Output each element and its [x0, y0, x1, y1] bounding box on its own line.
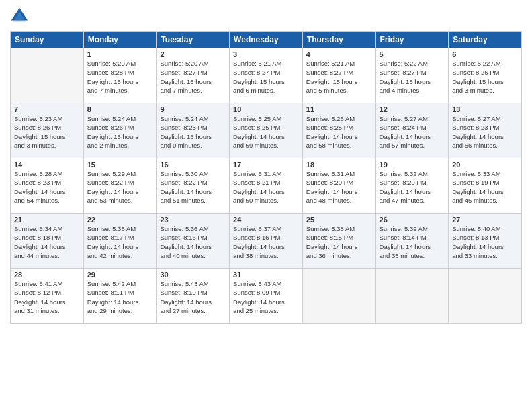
- day-info: Sunrise: 5:35 AMSunset: 8:17 PMDaylight:…: [87, 224, 153, 260]
- day-info-line: Sunset: 8:27 PM: [233, 68, 280, 76]
- day-info: Sunrise: 5:27 AMSunset: 8:24 PMDaylight:…: [380, 114, 445, 150]
- day-info-line: Sunrise: 5:39 AM: [380, 225, 428, 232]
- day-info-line: and 4 minutes.: [380, 87, 421, 94]
- day-info-line: Sunrise: 5:30 AM: [160, 170, 208, 177]
- day-number: 9: [160, 105, 226, 113]
- calendar-day-cell: [449, 269, 522, 324]
- day-number: 18: [306, 161, 372, 169]
- day-info-line: Daylight: 15 hours: [452, 78, 504, 85]
- day-info-line: and 0 minutes.: [160, 142, 202, 149]
- calendar-day-cell: 4Sunrise: 5:21 AMSunset: 8:27 PMDaylight…: [302, 48, 375, 103]
- calendar-day-cell: 2Sunrise: 5:20 AMSunset: 8:27 PMDaylight…: [157, 48, 230, 103]
- day-info-line: Sunrise: 5:33 AM: [452, 170, 500, 177]
- day-info-line: Sunrise: 5:31 AM: [233, 170, 281, 177]
- day-info: Sunrise: 5:22 AMSunset: 8:26 PMDaylight:…: [452, 59, 518, 95]
- day-number: 27: [452, 216, 518, 224]
- day-info: Sunrise: 5:32 AMSunset: 8:20 PMDaylight:…: [380, 169, 445, 205]
- day-info-line: Sunrise: 5:29 AM: [87, 170, 136, 177]
- day-info-line: Daylight: 14 hours: [380, 133, 431, 140]
- day-info-line: Sunset: 8:14 PM: [380, 234, 427, 241]
- calendar-day-cell: 6Sunrise: 5:22 AMSunset: 8:26 PMDaylight…: [449, 48, 522, 103]
- day-info-line: Sunset: 8:10 PM: [160, 289, 207, 296]
- day-info-line: and 3 minutes.: [452, 87, 494, 94]
- day-info-line: Sunset: 8:09 PM: [233, 289, 280, 296]
- day-info-line: and 59 minutes.: [233, 142, 279, 149]
- day-info: Sunrise: 5:20 AMSunset: 8:27 PMDaylight:…: [160, 59, 226, 95]
- page-container: SundayMondayTuesdayWednesdayThursdayFrid…: [0, 0, 532, 411]
- day-info-line: and 36 minutes.: [306, 252, 352, 259]
- calendar-day-cell: 23Sunrise: 5:36 AMSunset: 8:16 PMDayligh…: [157, 214, 230, 269]
- day-info-line: Sunrise: 5:35 AM: [87, 225, 136, 232]
- calendar-day-cell: 21Sunrise: 5:34 AMSunset: 8:18 PMDayligh…: [11, 214, 84, 269]
- day-info-line: Daylight: 15 hours: [380, 78, 431, 85]
- calendar-header-row: SundayMondayTuesdayWednesdayThursdayFrid…: [11, 32, 522, 48]
- calendar-day-header: Saturday: [449, 32, 522, 48]
- day-info-line: Sunset: 8:27 PM: [380, 68, 427, 76]
- calendar-week-row: 28Sunrise: 5:41 AMSunset: 8:12 PMDayligh…: [11, 269, 522, 324]
- day-number: 15: [87, 161, 153, 169]
- day-info-line: Sunrise: 5:38 AM: [306, 225, 355, 232]
- day-info-line: Daylight: 14 hours: [380, 243, 431, 250]
- day-info: Sunrise: 5:33 AMSunset: 8:19 PMDaylight:…: [452, 169, 518, 205]
- day-info-line: and 25 minutes.: [233, 307, 279, 314]
- calendar-day-cell: 3Sunrise: 5:21 AMSunset: 8:27 PMDaylight…: [230, 48, 303, 103]
- day-info-line: Daylight: 14 hours: [233, 133, 285, 140]
- day-info-line: Daylight: 14 hours: [306, 243, 358, 250]
- day-info-line: Sunrise: 5:21 AM: [306, 60, 355, 67]
- day-info-line: Sunrise: 5:22 AM: [380, 60, 428, 67]
- day-info-line: Sunset: 8:27 PM: [160, 68, 207, 76]
- day-number: 8: [87, 105, 153, 113]
- day-info-line: and 5 minutes.: [306, 87, 348, 94]
- day-info-line: Sunset: 8:26 PM: [87, 124, 134, 131]
- day-info: Sunrise: 5:22 AMSunset: 8:27 PMDaylight:…: [380, 59, 445, 95]
- day-info-line: Sunrise: 5:24 AM: [87, 115, 136, 122]
- day-info-line: Sunrise: 5:40 AM: [452, 225, 500, 232]
- day-info: Sunrise: 5:40 AMSunset: 8:13 PMDaylight:…: [452, 224, 518, 260]
- calendar-day-cell: 30Sunrise: 5:43 AMSunset: 8:10 PMDayligh…: [157, 269, 230, 324]
- day-info-line: and 33 minutes.: [452, 252, 498, 259]
- day-info-line: Sunrise: 5:43 AM: [160, 280, 208, 287]
- day-info-line: Sunset: 8:25 PM: [233, 124, 280, 131]
- day-info-line: and 40 minutes.: [160, 252, 206, 259]
- day-info: Sunrise: 5:21 AMSunset: 8:27 PMDaylight:…: [233, 59, 299, 95]
- day-info-line: Sunrise: 5:22 AM: [452, 60, 500, 67]
- calendar-day-header: Sunday: [11, 32, 84, 48]
- day-info-line: Sunrise: 5:31 AM: [306, 170, 355, 177]
- day-info: Sunrise: 5:31 AMSunset: 8:21 PMDaylight:…: [233, 169, 299, 205]
- calendar-day-cell: 28Sunrise: 5:41 AMSunset: 8:12 PMDayligh…: [11, 269, 84, 324]
- day-info: Sunrise: 5:23 AMSunset: 8:26 PMDaylight:…: [14, 114, 80, 150]
- day-info-line: and 7 minutes.: [160, 87, 202, 94]
- day-info-line: Daylight: 14 hours: [87, 298, 139, 306]
- calendar-day-cell: 27Sunrise: 5:40 AMSunset: 8:13 PMDayligh…: [449, 214, 522, 269]
- day-number: 28: [14, 271, 80, 279]
- day-number: 7: [14, 105, 80, 113]
- day-number: 23: [160, 216, 226, 224]
- day-info: Sunrise: 5:26 AMSunset: 8:25 PMDaylight:…: [306, 114, 372, 150]
- day-info-line: and 50 minutes.: [233, 197, 279, 204]
- calendar-table: SundayMondayTuesdayWednesdayThursdayFrid…: [10, 31, 522, 324]
- day-number: 13: [452, 105, 518, 113]
- day-info-line: and 54 minutes.: [14, 197, 60, 204]
- calendar-day-cell: 20Sunrise: 5:33 AMSunset: 8:19 PMDayligh…: [449, 158, 522, 214]
- day-info-line: Daylight: 14 hours: [14, 188, 66, 195]
- day-info-line: Daylight: 14 hours: [452, 243, 504, 250]
- day-info: Sunrise: 5:39 AMSunset: 8:14 PMDaylight:…: [380, 224, 445, 260]
- day-info-line: Daylight: 14 hours: [160, 298, 212, 306]
- day-info-line: Daylight: 14 hours: [14, 298, 66, 306]
- day-info-line: and 27 minutes.: [160, 307, 206, 314]
- day-info: Sunrise: 5:30 AMSunset: 8:22 PMDaylight:…: [160, 169, 226, 205]
- day-number: 25: [306, 216, 372, 224]
- day-info: Sunrise: 5:24 AMSunset: 8:26 PMDaylight:…: [87, 114, 153, 150]
- day-info-line: and 58 minutes.: [306, 142, 352, 149]
- day-number: 17: [233, 161, 299, 169]
- day-info-line: and 56 minutes.: [452, 142, 498, 149]
- day-info-line: Sunrise: 5:23 AM: [14, 115, 62, 122]
- calendar-day-cell: 9Sunrise: 5:24 AMSunset: 8:25 PMDaylight…: [157, 103, 230, 158]
- day-number: 29: [87, 271, 153, 279]
- day-info-line: Sunrise: 5:20 AM: [160, 60, 208, 67]
- day-info-line: Sunrise: 5:27 AM: [380, 115, 428, 122]
- calendar-day-header: Thursday: [302, 32, 375, 48]
- calendar-day-cell: [11, 48, 84, 103]
- logo: [10, 7, 32, 26]
- day-info-line: and 44 minutes.: [14, 252, 60, 259]
